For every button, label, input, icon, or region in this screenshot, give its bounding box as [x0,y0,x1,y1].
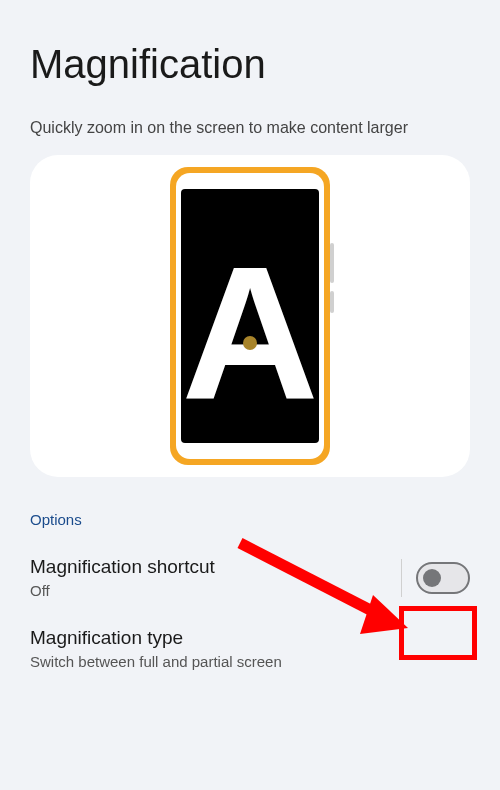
phone-bezel: A [176,173,324,459]
magnified-letter: A [181,237,318,427]
phone-screen: A [181,189,319,443]
cursor-dot-icon [243,336,257,350]
setting-subtitle: Off [30,582,391,599]
setting-row-magnification-type[interactable]: Magnification type Switch between full a… [0,599,500,670]
magnification-shortcut-toggle[interactable] [416,562,470,594]
illustration-card: A [30,155,470,477]
setting-row-magnification-shortcut[interactable]: Magnification shortcut Off [0,528,500,599]
vertical-divider [401,559,402,597]
phone-mockup: A [170,167,330,465]
phone-side-button [330,291,334,313]
page-subtitle: Quickly zoom in on the screen to make co… [0,119,500,155]
phone-side-button [330,243,334,283]
setting-title: Magnification type [30,627,470,649]
setting-title: Magnification shortcut [30,556,391,578]
setting-subtitle: Switch between full and partial screen [30,653,470,670]
toggle-thumb [423,569,441,587]
page-title: Magnification [0,0,500,119]
section-header-options: Options [0,477,500,528]
